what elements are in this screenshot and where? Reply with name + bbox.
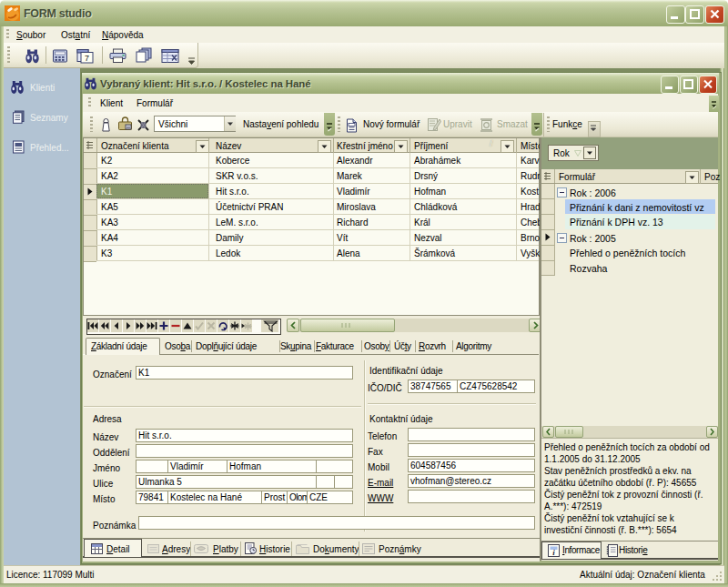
svg-text:7: 7 <box>85 54 89 63</box>
